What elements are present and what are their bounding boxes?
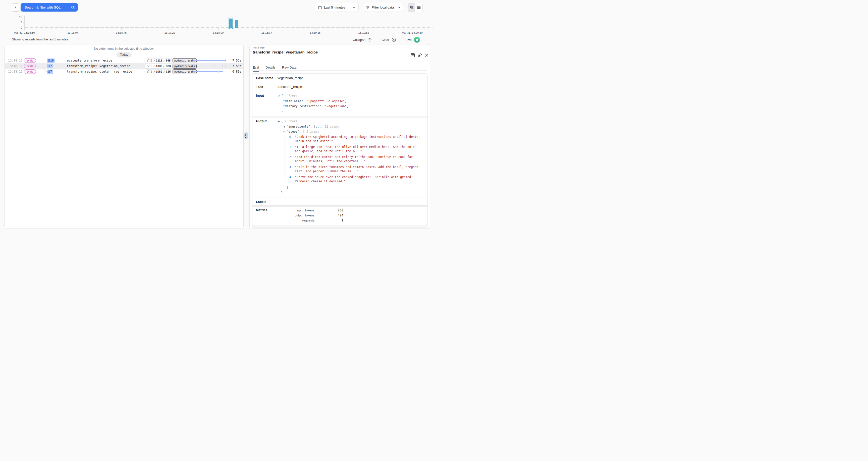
- output-tokens-count: 325: [166, 70, 170, 73]
- items-count-note: 12 items: [325, 124, 339, 129]
- expand-icon: ⊞: [48, 64, 50, 68]
- histogram-bar[interactable]: [229, 19, 232, 28]
- live-label: Live: [406, 38, 412, 42]
- step-item: 2:"Add the diced carrot and celery to th…: [288, 155, 424, 163]
- flat-list-view-toggle[interactable]: [415, 3, 423, 12]
- trace-rows: 13:18:11 evals ⊟16 evaluate transform_re…: [5, 58, 243, 74]
- trace-row-gluten-free-recipe[interactable]: 13:18:11 evals ⊞7 transform_recipe: glut…: [5, 69, 243, 74]
- items-count-note: 5 items: [306, 129, 319, 134]
- close-panel-icon[interactable]: [425, 53, 429, 58]
- x-axis-tick-label: 13:18:00: [213, 31, 224, 34]
- x-axis-tick-label: 13:16:07: [68, 31, 79, 34]
- assertions-section: Assertions × ✓ ✓: [252, 225, 428, 228]
- metrics-section: Metrics input_tokens:208 output_tokens:4…: [252, 205, 428, 225]
- metrics-rows: input_tokens:208 output_tokens:424 reque…: [278, 208, 424, 223]
- day-separator-pill[interactable]: Today: [117, 52, 131, 58]
- sigma-icon: Σ: [150, 70, 152, 73]
- json-entry: "dish_name": "Spaghetti Bolognese",: [283, 99, 424, 104]
- task-section: Task transform_recipe: [252, 82, 428, 91]
- input-tokens-count: 1030: [156, 64, 162, 67]
- live-toggle-button[interactable]: [414, 37, 420, 43]
- trace-list-panel: No older items in the selected time wind…: [4, 44, 244, 229]
- shortcut-key-label: /: [14, 5, 16, 9]
- collapse-expander-icon: ⊟: [48, 59, 50, 62]
- records-timeline-chart[interactable]: 10 5 0 Mar 31. 13:15:3013:16:0713:16:451…: [0, 16, 434, 36]
- eval-detail-card: Case name vegetarian_recipe Task transfo…: [252, 73, 428, 228]
- x-axis-tick: [72, 28, 73, 30]
- chevron-down-icon[interactable]: [278, 95, 280, 97]
- tab-details[interactable]: Details: [266, 65, 276, 71]
- chevron-right-icon[interactable]: [283, 125, 286, 128]
- trace-row-evaluate-transform-recipe[interactable]: 13:18:11 evals ⊟16 evaluate transform_re…: [5, 58, 243, 63]
- tag-icon: [147, 64, 150, 67]
- histogram-bar[interactable]: [235, 20, 238, 28]
- calendar-icon: [318, 5, 322, 9]
- x-axis-tick: [121, 28, 122, 30]
- live-toggle[interactable]: Live: [406, 37, 420, 43]
- duration-gantt-bar: [193, 69, 226, 74]
- input-tokens-arrow-icon: ↗: [153, 70, 155, 73]
- x-axis-tick-label: Mar 31. 13:15:30: [14, 31, 35, 34]
- span-detail-panel: message transform_recipe: vegetarian_rec…: [249, 44, 430, 229]
- close-bracket: ]: [286, 185, 424, 190]
- json-entry: "dietary_restriction": "vegetarian",: [283, 104, 424, 109]
- token-usage-pill: Σ ↗ 2112 ↙ 648: [145, 58, 173, 63]
- tree-view-toggle[interactable]: [408, 3, 415, 12]
- step-item: 0:"Cook the spaghetti according to packa…: [288, 135, 424, 143]
- y-axis-tick: [23, 28, 24, 28]
- panel-resize-handle[interactable]: [244, 132, 248, 139]
- open-brace: {: [281, 119, 283, 124]
- x-axis-tick-label: 13:16:45: [116, 31, 127, 34]
- duration-value: 7.53s: [232, 64, 241, 68]
- case-name-section: Case name vegetarian_recipe: [252, 73, 428, 82]
- chevron-down-icon[interactable]: [283, 130, 286, 133]
- clear-button[interactable]: Clear: [381, 37, 396, 42]
- chevron-down-icon[interactable]: [278, 120, 280, 123]
- duration-value: 6.89s: [232, 70, 241, 73]
- detail-tabs: Eval Details Raw Data: [253, 65, 303, 71]
- step-item: 4:"Serve the sauce over the cooked spagh…: [288, 175, 424, 183]
- x-axis-tick: [24, 28, 25, 30]
- span-count-badge[interactable]: ⊟16: [47, 59, 55, 63]
- row-timestamp: 13:18:11: [8, 64, 23, 68]
- copy-link-icon[interactable]: [417, 53, 422, 58]
- y-axis-tick-label: 5: [10, 21, 22, 24]
- time-range-label: Last 5 minutes: [324, 5, 345, 9]
- y-axis-tick-label: 0: [10, 26, 22, 29]
- filter-local-data-dropdown[interactable]: Filter local data: [363, 3, 404, 12]
- collapse-label: Collapse: [352, 38, 366, 42]
- case-name-label: Case name: [256, 76, 278, 80]
- x-axis-tick-label: Mar 31. 13:20:30: [402, 31, 423, 34]
- metric-row: output_tokens:424: [278, 213, 424, 218]
- open-brace: {: [281, 93, 283, 98]
- output-section: Output { 2 items "ingredients": [...] 12…: [252, 116, 428, 197]
- dock-panel-icon[interactable]: [410, 53, 415, 58]
- y-axis-tick: [23, 22, 24, 23]
- drag-dots-icon: [245, 133, 248, 138]
- input-tokens-count: 1082: [156, 70, 162, 73]
- tab-raw-data[interactable]: Raw Data: [282, 65, 297, 71]
- filter-label: Filter local data: [372, 5, 394, 9]
- step-item: 1:"In a large pan, heat the olive oil ov…: [288, 145, 424, 153]
- collapse-button[interactable]: Collapse: [352, 38, 372, 42]
- metric-row: requests:1: [278, 218, 424, 223]
- metric-row: input_tokens:208: [278, 208, 424, 213]
- tab-eval[interactable]: Eval: [253, 65, 259, 71]
- sigma-icon: Σ: [150, 64, 152, 67]
- output-tokens-count: 648: [166, 59, 170, 62]
- input-label: Input: [256, 93, 278, 114]
- span-count-badge[interactable]: ⊞7: [47, 64, 53, 68]
- input-tokens-arrow-icon: ↗: [153, 65, 155, 67]
- view-mode-toggle: [408, 3, 423, 12]
- x-axis-tick-label: 13:19:15: [310, 31, 321, 34]
- metrics-label: Metrics: [256, 208, 278, 223]
- tag-icon: [147, 70, 150, 73]
- search-button[interactable]: Search & filter with SQL...: [21, 3, 78, 11]
- time-range-dropdown[interactable]: Last 5 minutes: [315, 3, 359, 12]
- trace-row-vegetarian-recipe[interactable]: 13:18:11 evals ⊞7 transform_recipe: vege…: [5, 63, 243, 69]
- token-usage-pill: Σ ↗ 1030 ↙ 323: [145, 64, 173, 68]
- x-axis-tick: [267, 28, 267, 30]
- labels-label: Labels: [256, 199, 278, 204]
- span-count-badge[interactable]: ⊞7: [47, 69, 53, 74]
- x-axis-tick-label: 13:19:52: [359, 31, 369, 34]
